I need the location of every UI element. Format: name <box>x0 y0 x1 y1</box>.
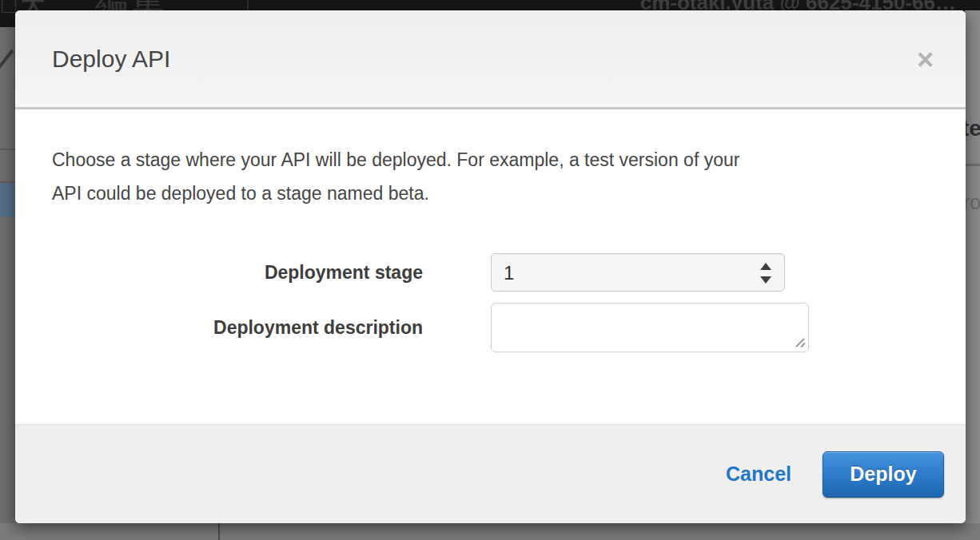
modal-header: Deploy API × <box>15 10 966 109</box>
deployment-stage-label: Deployment stage <box>52 262 423 284</box>
screen: □大 編集 cm-otaki.yuta @ 6625-4150-66… te r… <box>0 0 980 540</box>
content-divider <box>965 164 980 166</box>
select-stepper-icon <box>760 263 771 284</box>
modal-body: Choose a stage where your API will be de… <box>15 109 966 424</box>
deployment-description-input[interactable] <box>491 303 809 352</box>
arrow-down-icon <box>760 276 771 284</box>
sidebar-selected-row <box>0 183 15 216</box>
deploy-button[interactable]: Deploy <box>823 451 944 498</box>
deployment-description-row: Deployment description <box>52 303 929 352</box>
stage-help-line-1: Choose a stage where your API will be de… <box>52 143 929 177</box>
deployment-stage-select[interactable]: 1 <box>491 253 785 292</box>
deployment-stage-selected-value: 1 <box>504 262 514 284</box>
dimmed-sidebar-sliver <box>0 27 15 540</box>
stage-help-line-2: API could be deployed to a stage named b… <box>52 177 929 210</box>
arrow-up-icon <box>760 263 771 270</box>
stage-help-text: Choose a stage where your API will be de… <box>52 143 929 210</box>
close-icon[interactable]: × <box>917 46 934 74</box>
clipped-button-text: te <box>965 116 980 141</box>
modal-title: Deploy API <box>52 46 170 73</box>
clipped-heading-text: ro <box>965 191 980 214</box>
dimmed-content-sliver: te ro <box>965 10 980 540</box>
modal-footer: Cancel Deploy <box>15 424 966 523</box>
panel-border-line <box>218 523 220 540</box>
deployment-description-label: Deployment description <box>52 317 423 339</box>
cancel-button[interactable]: Cancel <box>726 463 791 486</box>
deployment-stage-row: Deployment stage 1 <box>52 253 929 292</box>
deploy-api-modal: Deploy API × Choose a stage where your A… <box>15 10 966 523</box>
dimmed-bottom-sliver <box>0 523 980 540</box>
chevron-icon <box>0 50 14 69</box>
sidebar-divider <box>0 149 15 150</box>
